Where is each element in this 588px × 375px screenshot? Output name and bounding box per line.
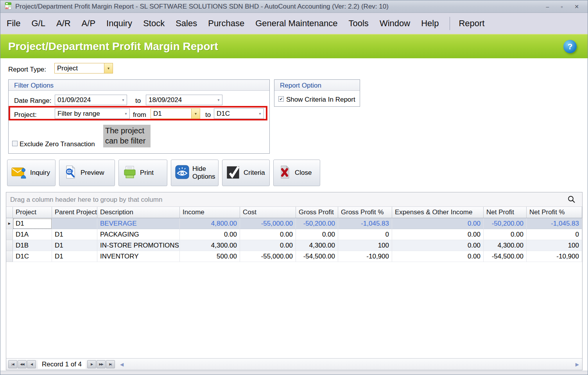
hide-options-button[interactable]: Hide Options: [171, 160, 219, 186]
grid-cell[interactable]: D1C: [13, 251, 52, 262]
grid-cell[interactable]: BEVERAGE: [97, 218, 180, 229]
grid-cell[interactable]: 0.00: [392, 218, 484, 229]
column-header-net-profit[interactable]: Net Profit %: [527, 207, 582, 218]
show-criteria-checkbox[interactable]: ✔: [278, 96, 284, 102]
grid-cell[interactable]: -10,900: [527, 251, 582, 262]
grid-cell[interactable]: -10,900: [338, 251, 392, 262]
grid-cell[interactable]: D1: [52, 251, 97, 262]
column-header-income[interactable]: Income: [180, 207, 240, 218]
menu-item-report[interactable]: Report: [459, 18, 484, 29]
column-header-project[interactable]: Project: [13, 207, 52, 218]
chevron-down-icon[interactable]: ▾: [122, 109, 129, 118]
project-mode-combo[interactable]: Filter by range ▾: [55, 108, 130, 119]
date-from-combo[interactable]: 01/09/2024 ▾: [55, 95, 127, 105]
next-page-button[interactable]: ▶▶: [97, 360, 106, 368]
grid-cell[interactable]: IN-STORE PROMOTIONS: [97, 240, 180, 251]
grid-cell[interactable]: -50,200.00: [296, 218, 338, 229]
menu-item-tools[interactable]: Tools: [349, 18, 369, 29]
date-to-combo[interactable]: 18/09/2024 ▾: [146, 95, 222, 105]
grid-cell[interactable]: 0.00: [392, 251, 484, 262]
minimize-button[interactable]: –: [546, 0, 549, 13]
grid-cell[interactable]: 0.00: [240, 240, 296, 251]
first-record-button[interactable]: |◀: [8, 360, 17, 368]
menu-item-general-maintenance[interactable]: General Maintenance: [255, 18, 337, 29]
grid-cell[interactable]: 0.00: [296, 229, 338, 240]
project-from-combo[interactable]: D1 ▾: [151, 108, 200, 119]
grid-cell[interactable]: INVENTORY: [97, 251, 180, 262]
chevron-down-icon[interactable]: ▾: [215, 95, 222, 105]
grid-cell[interactable]: -55,000.00: [240, 218, 296, 229]
next-record-button[interactable]: ▶: [87, 360, 96, 368]
scroll-left-icon[interactable]: ◀: [120, 362, 124, 367]
prev-page-button[interactable]: ◀◀: [18, 360, 27, 368]
grid-cell[interactable]: -1,045.83: [338, 218, 392, 229]
maximize-button[interactable]: ▫: [561, 0, 563, 13]
grid-cell[interactable]: [52, 218, 97, 229]
row-indicator[interactable]: [6, 229, 13, 240]
menu-item-g-l[interactable]: G/L: [31, 18, 45, 29]
menu-item-inquiry[interactable]: Inquiry: [106, 18, 132, 29]
menu-item-window[interactable]: Window: [380, 18, 410, 29]
grid-cell[interactable]: 500.00: [180, 251, 240, 262]
criteria-button[interactable]: Criteria: [222, 160, 270, 186]
exclude-zero-checkbox[interactable]: [12, 141, 18, 146]
grid-cell[interactable]: D1: [52, 229, 97, 240]
grid-cell[interactable]: 0.00: [392, 229, 484, 240]
grid-cell[interactable]: PACKAGING: [97, 229, 180, 240]
grid-cell[interactable]: 100: [527, 240, 582, 251]
column-header-cost[interactable]: Cost: [240, 207, 296, 218]
chevron-down-icon[interactable]: ▾: [256, 109, 264, 118]
inquiry-button[interactable]: Inquiry: [7, 160, 56, 186]
grid-cell[interactable]: D1: [52, 240, 97, 251]
close-report-button[interactable]: Close: [273, 160, 320, 186]
row-indicator[interactable]: [6, 240, 13, 251]
chevron-down-icon[interactable]: ▾: [120, 95, 127, 105]
row-indicator[interactable]: [6, 251, 13, 262]
grid-cell[interactable]: 4,300.00: [180, 240, 240, 251]
menu-item-purchase[interactable]: Purchase: [208, 18, 244, 29]
grid-cell[interactable]: -54,500.00: [484, 251, 527, 262]
grid-cell[interactable]: -55,000.00: [240, 251, 296, 262]
search-icon[interactable]: [567, 195, 576, 204]
prev-record-button[interactable]: ◀: [27, 360, 36, 368]
column-header-expenses-other-income[interactable]: Expenses & Other Income: [392, 207, 484, 218]
print-button[interactable]: Print: [118, 160, 167, 186]
menu-item-stock[interactable]: Stock: [143, 18, 165, 29]
grid-cell[interactable]: -50,200.00: [484, 218, 527, 229]
menu-item-a-p[interactable]: A/P: [82, 18, 95, 29]
report-type-combo[interactable]: Project ▾: [54, 63, 113, 74]
row-indicator[interactable]: ▸: [6, 218, 13, 229]
project-to-combo[interactable]: D1C ▾: [214, 108, 264, 119]
grid-cell[interactable]: 4,300.00: [484, 240, 527, 251]
last-record-button[interactable]: ▶|: [106, 360, 115, 368]
menu-item-sales[interactable]: Sales: [176, 18, 197, 29]
column-header-gross-profit[interactable]: Gross Profit: [296, 207, 338, 218]
grid-cell[interactable]: -1,045.83: [527, 218, 582, 229]
grid-cell[interactable]: 100: [338, 240, 392, 251]
menu-item-a-r[interactable]: A/R: [56, 18, 71, 29]
column-header-description[interactable]: Description: [97, 207, 180, 218]
chevron-down-icon[interactable]: ▾: [104, 63, 113, 73]
grid-cell[interactable]: 0.00: [240, 229, 296, 240]
grid-cell[interactable]: 0: [338, 229, 392, 240]
grid-cell[interactable]: 0.00: [180, 229, 240, 240]
column-header-gross-profit[interactable]: Gross Profit %: [338, 207, 392, 218]
column-header-parent-project[interactable]: Parent Project: [52, 207, 97, 218]
grid-cell[interactable]: 0.00: [392, 240, 484, 251]
menu-item-file[interactable]: File: [7, 18, 20, 29]
grid-cell[interactable]: D1: [13, 218, 52, 229]
chevron-down-icon[interactable]: ▾: [191, 109, 200, 118]
help-icon[interactable]: ?: [563, 40, 577, 53]
preview-button[interactable]: Preview: [59, 160, 115, 186]
grid-cell[interactable]: -54,500.00: [296, 251, 338, 262]
grid-cell[interactable]: 4,300.00: [296, 240, 338, 251]
grid-cell[interactable]: D1A: [13, 229, 52, 240]
close-button[interactable]: ✕: [574, 0, 579, 13]
column-header-net-profit[interactable]: Net Profit: [484, 207, 527, 218]
scroll-right-icon[interactable]: ▶: [575, 362, 579, 367]
grid-cell[interactable]: 0: [527, 229, 582, 240]
group-by-band[interactable]: Drag a column header here to group by th…: [6, 192, 582, 207]
grid-cell[interactable]: D1B: [13, 240, 52, 251]
grid-cell[interactable]: 0.00: [484, 229, 527, 240]
grid-cell[interactable]: 4,800.00: [180, 218, 240, 229]
